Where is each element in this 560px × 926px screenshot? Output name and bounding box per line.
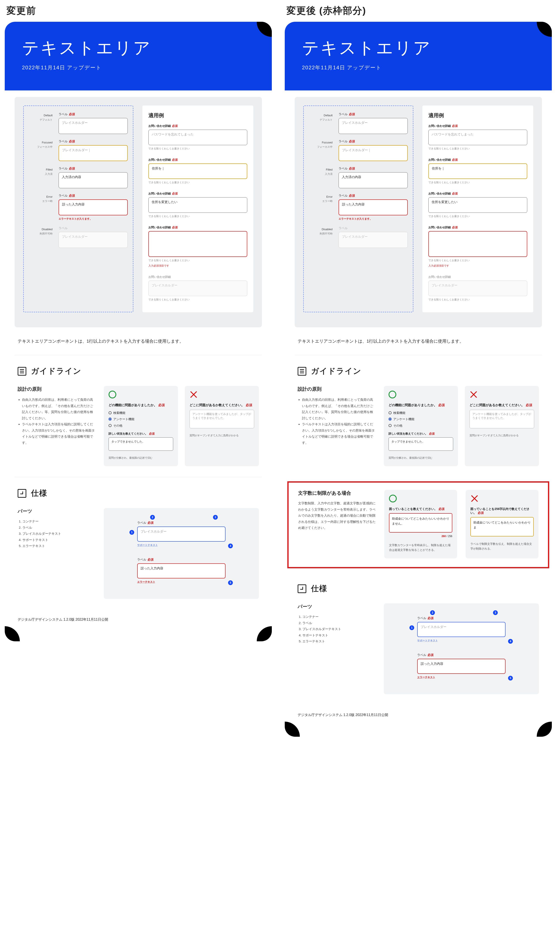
hero: テキストエリア 2022年11月14日 アップデート	[285, 22, 552, 91]
footer: デジタル庁デザインシステム 1.2.0版 2022年11月11日公開	[5, 612, 272, 641]
radio-icon[interactable]	[109, 424, 112, 427]
parts-normal: 1 2 3 4 ラベル必須 プレイスホルダー サポートテキスト	[417, 616, 506, 642]
parts-textarea[interactable]: プレイスホルダー	[417, 622, 506, 637]
section-spec-header: 仕様	[5, 480, 272, 505]
callout-5: 5	[508, 676, 513, 681]
parts-error: 5 ラベル必須 誤った入力内容 エラーテキスト	[137, 558, 226, 584]
update-date: 2022年11月14日 アップデート	[22, 64, 254, 71]
callout-3: 3	[213, 515, 218, 520]
example-textarea[interactable]: パスワードを忘れてしまった	[428, 130, 527, 145]
parts-support-text: サポートテキスト	[137, 543, 226, 547]
parts-diagram: 1 2 3 4 ラベル必須 プレイスホルダー サポートテキスト 5 ラベル必須 …	[104, 508, 259, 599]
textarea-error[interactable]: 誤った入力内容	[59, 200, 128, 215]
check-icon	[389, 495, 452, 504]
update-date: 2022年11月14日 アップデート	[302, 64, 534, 71]
column-before: 変更前 テキストエリア 2022年11月14日 アップデート Defaultデフ…	[5, 4, 272, 737]
parts-section: パーツ コンテナー ラベル プレイスホルダーテキスト サポートテキスト エラーテ…	[285, 600, 552, 707]
field-label: ラベル	[59, 112, 68, 116]
principle-textarea[interactable]: アンケート機能を使ってみましたが、タップがうまくできませんでした。	[469, 410, 534, 428]
radio-icon[interactable]	[389, 418, 392, 421]
examples-column: 適用例 お問い合わせ詳細必須 パスワードを忘れてしまった できる限りくわしくお書…	[142, 106, 253, 312]
callout-2: 2	[150, 515, 155, 520]
example-textarea: プレイスホルダー	[428, 281, 527, 296]
required-badge: 必須	[69, 112, 75, 116]
guideline-icon	[18, 367, 26, 375]
section-guidelines-header: ガイドライン	[285, 357, 552, 383]
parts-textarea-error[interactable]: 誤った入力内容	[417, 659, 506, 674]
example-textarea[interactable]	[148, 231, 247, 257]
callout-5: 5	[228, 580, 233, 585]
header-before: 変更前	[6, 4, 272, 17]
header-after: 変更後 (赤枠部分)	[286, 4, 552, 17]
charlimit-textarea[interactable]: 助成金についてどこをみたらいいかわかりま	[471, 517, 534, 536]
radio-group[interactable]: 検索機能 アンケート機能 その他	[389, 410, 453, 429]
charlimit-text: 文字数に制限がある場合 文字数制限、入力中の文字数、超過文字数が直感的にわかるよ…	[298, 490, 375, 558]
radio-icon[interactable]	[109, 411, 112, 414]
example-textarea[interactable]: パスワードを忘れてしまった	[148, 130, 247, 145]
divider	[15, 355, 262, 355]
callout-2: 2	[430, 610, 435, 615]
examples-title: 適用例	[148, 112, 247, 119]
radio-icon[interactable]	[389, 411, 392, 414]
principle-textarea[interactable]: タップできませんでした。	[389, 437, 453, 451]
component-description: テキストエリアコンポーネントは、1行以上のテキストを入力する場合に使用します。	[285, 335, 552, 353]
footer: デジタル庁デザインシステム 1.2.0版 2022年11月11日公開	[285, 707, 552, 737]
example-textarea[interactable]	[428, 231, 527, 257]
component-stage: Defaultデフォルト ラベル必須 プレイスホルダー Focusedフォーカス…	[15, 97, 262, 327]
parts-error-text: エラーテキスト	[137, 580, 226, 584]
textarea-default[interactable]: プレイスホルダー	[59, 118, 128, 134]
hero: テキストエリア 2022年11月14日 アップデート	[5, 22, 272, 91]
textarea-filled[interactable]: 入力済の内容	[339, 172, 408, 188]
card-after: テキストエリア 2022年11月14日 アップデート Defaultデフォルトラ…	[285, 22, 552, 737]
guideline-icon	[298, 367, 306, 375]
textarea-default[interactable]: プレイスホルダー	[339, 118, 408, 134]
check-icon	[389, 390, 453, 400]
parts-textarea[interactable]: プレイスホルダー	[137, 527, 226, 542]
callout-4: 4	[508, 639, 513, 644]
cross-icon	[471, 495, 534, 504]
parts-section: パーツ コンテナー ラベル プレイスホルダーテキスト サポートテキスト エラーテ…	[5, 505, 272, 612]
example-focus: お問い合わせ詳細必須 住所を｜ できる限りくわしくお書きください	[148, 158, 247, 185]
principle-bad: どこに問題があるか教えてください。必須 アンケート機能を使ってみましたが、タップ…	[465, 386, 539, 466]
radio-icon[interactable]	[389, 424, 392, 427]
textarea-error[interactable]: 誤った入力内容	[339, 200, 408, 215]
principle-textarea[interactable]: タップできませんでした。	[109, 437, 173, 451]
example-textarea[interactable]: 住所を｜	[148, 163, 247, 179]
parts-textarea-error[interactable]: 誤った入力内容	[137, 563, 226, 578]
state-filled: Filled入力済 ラベル必須 入力済の内容	[29, 167, 128, 188]
changed-section-charlimit: 文字数に制限がある場合 文字数制限、入力中の文字数、超過文字数が直感的にわかるよ…	[287, 481, 549, 568]
state-disabled: Disabled利用不可時 ラベル プレイスホルダー	[29, 226, 128, 248]
example-filled: お問い合わせ詳細必須 住所を変更したい できる限りくわしくお書きください	[148, 192, 247, 218]
spec-icon	[18, 489, 26, 498]
principle-textarea[interactable]: アンケート機能を使ってみましたが、タップがうまくできませんでした。	[189, 410, 254, 428]
example-textarea[interactable]: 住所を変更したい	[148, 197, 247, 213]
textarea-filled[interactable]: 入力済の内容	[59, 172, 128, 188]
textarea-disabled: プレイスホルダー	[339, 232, 408, 248]
principles-row: 設計の原則自由入力形式の回答は、利用者にとって負荷の高いものです。例えば、「その…	[285, 383, 552, 475]
check-icon	[109, 390, 173, 400]
principles-list: 自由入力形式の回答は、利用者にとって負荷の高いものです。例えば、「その他を選んだ…	[18, 397, 95, 446]
parts-diagram: 1 2 3 4 ラベル必須 プレイスホルダー サポートテキスト 5 ラベル必須 …	[384, 604, 539, 694]
charlimit-good: 困っていることを教えてください。必須 助成金についてどこをみたらいいかわかりませ…	[384, 490, 457, 558]
charlimit-textarea[interactable]: 助成金についてどこをみたらいいかわかりません。	[389, 513, 452, 533]
card-before: テキストエリア 2022年11月14日 アップデート Defaultデフォルト …	[5, 22, 272, 641]
example-disabled: お問い合わせ詳細 プレイスホルダー できる限りくわしくお書きください	[148, 275, 247, 301]
parts-ol: コンテナー ラベル プレイスホルダーテキスト サポートテキスト エラーテキスト	[18, 518, 95, 549]
examples-column: 適用例 お問い合わせ詳細必須パスワードを忘れてしまったできる限りくわしくお書きく…	[422, 106, 533, 312]
parts-normal: 1 2 3 4 ラベル必須 プレイスホルダー サポートテキスト	[137, 521, 226, 547]
states-column: Defaultデフォルト ラベル必須 プレイスホルダー Focusedフォーカス…	[23, 106, 133, 312]
page-title: テキストエリア	[302, 37, 534, 59]
radio-icon[interactable]	[109, 418, 112, 421]
callout-3: 3	[493, 610, 498, 615]
example-textarea[interactable]: 住所を｜	[428, 163, 527, 179]
example-textarea: プレイスホルダー	[148, 281, 247, 296]
textarea-disabled: プレイスホルダー	[59, 232, 128, 248]
example-textarea[interactable]: 住所を変更したい	[428, 197, 527, 213]
column-after: 変更後 (赤枠部分) テキストエリア 2022年11月14日 アップデート De…	[285, 4, 552, 737]
textarea-focused[interactable]: プレイスホルダー｜	[339, 145, 408, 161]
section-spec-header: 仕様	[285, 575, 552, 600]
example-default: お問い合わせ詳細必須 パスワードを忘れてしまった できる限りくわしくお書きくださ…	[148, 124, 247, 151]
charlimit-bad: 困っていることを256字以内で教えてください。必須 助成金についてどこをみたらい…	[466, 490, 539, 558]
radio-group[interactable]: 検索機能 アンケート機能 その他	[109, 410, 173, 429]
textarea-focused[interactable]: プレイスホルダー｜	[59, 145, 128, 161]
